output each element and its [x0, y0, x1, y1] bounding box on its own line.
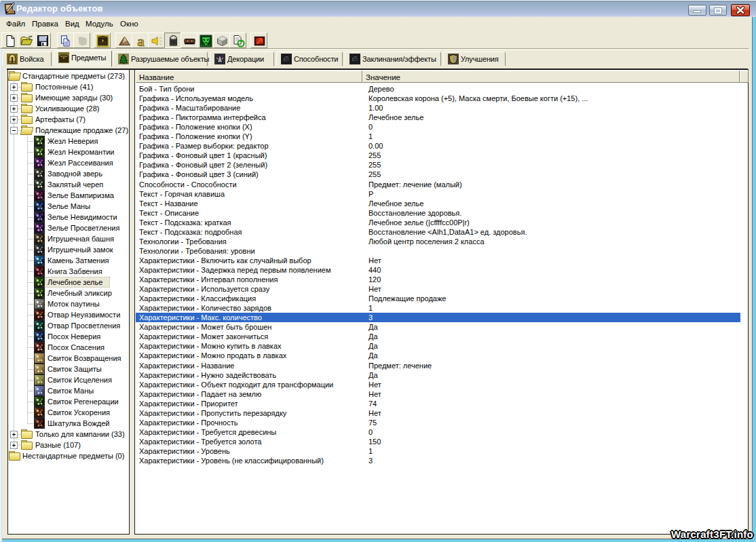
svg-text:a: a [137, 35, 145, 47]
